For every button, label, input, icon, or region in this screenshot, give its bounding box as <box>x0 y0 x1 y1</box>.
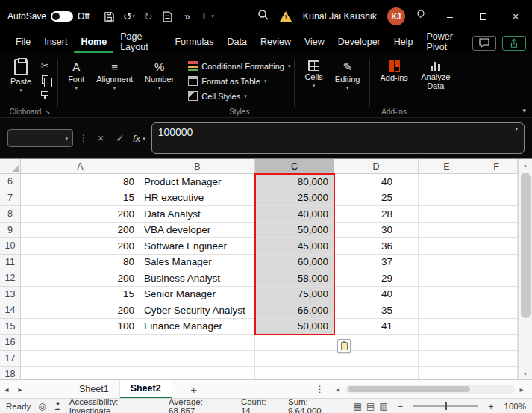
cell[interactable] <box>475 223 518 239</box>
cell[interactable]: 28 <box>334 206 419 223</box>
cell[interactable] <box>475 287 518 303</box>
analyze-data-button[interactable]: Analyze Data <box>414 56 457 90</box>
cell[interactable] <box>334 367 419 379</box>
alignment-group-button[interactable]: ≡ Alignment ▾ <box>90 56 139 90</box>
cell[interactable]: 60,000 <box>255 255 334 271</box>
cell[interactable] <box>419 255 475 271</box>
cell[interactable]: Software Engineer <box>140 238 255 255</box>
row-header[interactable]: 13 <box>0 287 21 303</box>
cell[interactable] <box>419 270 475 287</box>
drag-handle-icon[interactable]: ⋮ <box>79 133 88 143</box>
cell[interactable] <box>255 335 334 351</box>
number-group-button[interactable]: % Number ▾ <box>139 56 180 90</box>
editing-mode-button[interactable]: E ▾ <box>197 11 220 22</box>
cell[interactable] <box>419 335 475 351</box>
cell[interactable]: 80 <box>21 174 140 190</box>
column-header-a[interactable]: A <box>21 159 140 174</box>
cell[interactable]: 200 <box>21 206 140 223</box>
cell[interactable] <box>419 206 475 223</box>
cell[interactable] <box>419 223 475 239</box>
column-header-c[interactable]: C <box>255 159 334 174</box>
cell[interactable]: 200 <box>21 238 140 255</box>
sheet-tab-sheet1[interactable]: Sheet1 <box>69 380 120 398</box>
cell[interactable] <box>475 206 518 223</box>
enter-button[interactable]: ✓ <box>113 132 127 144</box>
undo-button[interactable]: ↺▾ <box>119 6 139 27</box>
cell-styles-button[interactable]: Cell Styles ▾ <box>188 90 246 102</box>
tab-insert[interactable]: Insert <box>37 33 74 53</box>
tab-formulas[interactable]: Formulas <box>168 33 220 53</box>
cell[interactable]: 200 <box>21 223 140 239</box>
autosave-toggle[interactable]: AutoSave Off <box>7 11 90 22</box>
cell[interactable] <box>140 335 255 351</box>
cell[interactable]: Product Manager <box>140 174 255 190</box>
tab-help[interactable]: Help <box>387 33 420 53</box>
zoom-slider[interactable] <box>413 405 478 407</box>
cell[interactable] <box>419 319 475 335</box>
horizontal-scroll-track[interactable] <box>345 385 515 394</box>
cell[interactable] <box>475 174 518 190</box>
cell[interactable]: 66,000 <box>255 302 334 319</box>
font-group-button[interactable]: A Font ▾ <box>62 56 90 90</box>
save-button[interactable] <box>100 6 119 27</box>
cell[interactable]: 15 <box>21 287 140 303</box>
cell[interactable]: 80 <box>21 255 140 271</box>
cell[interactable]: 80,000 <box>255 174 334 190</box>
cell[interactable]: 40,000 <box>255 206 334 223</box>
row-header[interactable]: 9 <box>0 223 21 239</box>
row-header[interactable]: 14 <box>0 302 21 319</box>
sheet-tab-sheet2[interactable]: Sheet2 <box>120 380 172 398</box>
row-header[interactable]: 8 <box>0 206 21 223</box>
format-as-table-button[interactable]: Format as Table ▾ <box>188 75 266 87</box>
cell[interactable]: 45,000 <box>255 238 334 255</box>
accessibility-status[interactable]: Accessibility: Investigate <box>69 397 161 413</box>
vertical-scroll-thumb[interactable] <box>521 173 531 318</box>
formula-input[interactable]: 100000 ▾ <box>151 122 525 154</box>
cell[interactable] <box>475 302 518 319</box>
row-header[interactable]: 11 <box>0 255 21 271</box>
search-button[interactable] <box>257 9 269 24</box>
collapse-ribbon-button[interactable]: ▾ <box>522 107 526 114</box>
minimize-button[interactable]: – <box>434 0 466 33</box>
cell[interactable] <box>21 335 140 351</box>
cell[interactable] <box>419 351 475 367</box>
cell[interactable] <box>419 174 475 190</box>
zoom-out-button[interactable]: − <box>398 402 404 411</box>
cell[interactable]: Sales Manager <box>140 255 255 271</box>
cell[interactable]: 30 <box>334 223 419 239</box>
cell[interactable]: 100 <box>21 319 140 335</box>
dialog-launcher-icon[interactable]: ↘ <box>44 108 50 116</box>
row-header[interactable]: 6 <box>0 174 21 190</box>
cell[interactable]: 15 <box>21 190 140 207</box>
vertical-scrollbar[interactable]: ▴ ▾ <box>518 159 532 379</box>
cell[interactable]: 40 <box>334 287 419 303</box>
cell[interactable] <box>475 190 518 207</box>
scroll-right-icon[interactable]: ▸ <box>517 385 526 394</box>
sheet-nav-right-icon[interactable]: ▸ <box>13 380 27 398</box>
redo-button[interactable]: ↻ <box>139 6 158 27</box>
avatar[interactable]: KJ <box>387 7 405 25</box>
cell[interactable] <box>475 335 518 351</box>
paste-options-button[interactable] <box>337 339 351 353</box>
row-header[interactable]: 10 <box>0 238 21 255</box>
cells-group-button[interactable]: Cells ▾ <box>298 56 328 88</box>
cell[interactable]: 200 <box>21 270 140 287</box>
cell[interactable]: 41 <box>334 319 419 335</box>
cell[interactable] <box>419 302 475 319</box>
select-all-button[interactable] <box>0 159 21 174</box>
column-header-d[interactable]: D <box>334 159 419 174</box>
cell[interactable] <box>255 351 334 367</box>
row-header[interactable]: 17 <box>0 351 21 367</box>
row-header[interactable]: 18 <box>0 367 21 379</box>
editing-group-button[interactable]: ✎ Editing ▾ <box>329 56 366 90</box>
row-header[interactable]: 15 <box>0 319 21 335</box>
cell[interactable]: 25,000 <box>255 190 334 207</box>
cell[interactable]: 200 <box>21 302 140 319</box>
autosave-switch[interactable] <box>51 11 73 22</box>
row-header[interactable]: 16 <box>0 335 21 351</box>
cell[interactable]: Data Analyst <box>140 206 255 223</box>
tab-view[interactable]: View <box>298 33 331 53</box>
scroll-up-icon[interactable]: ▴ <box>524 159 527 171</box>
column-header-b[interactable]: B <box>140 159 255 174</box>
scroll-down-icon[interactable]: ▾ <box>524 367 527 379</box>
